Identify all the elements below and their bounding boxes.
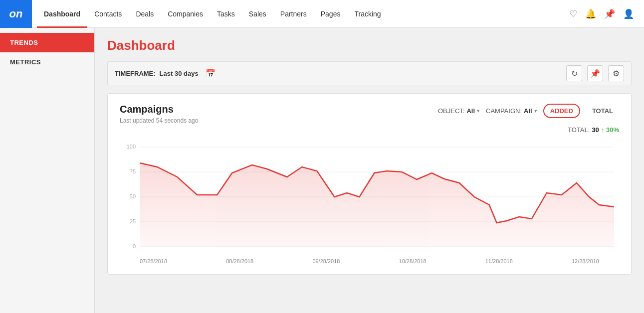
chart-subtitle: Last updated 54 seconds ago: [120, 117, 198, 124]
tab-total-button[interactable]: TOTAL: [586, 105, 619, 117]
svg-marker-10: [140, 163, 614, 247]
campaign-label: CAMPAIGN:: [486, 107, 522, 115]
toolbar: TIMEFRAME: Last 30 days 📅 ↻ 📌 ⚙: [107, 61, 632, 85]
campaign-chevron-icon: ▾: [534, 108, 537, 114]
nav-contacts[interactable]: Contacts: [87, 0, 129, 28]
x-label-1: 08/28/2018: [226, 258, 253, 264]
nav-dashboard[interactable]: Dashboard: [37, 0, 87, 28]
chart-controls: OBJECT: All ▾ CAMPAIGN: All ▾ ADDED TOTA…: [438, 104, 619, 118]
x-label-4: 11/28/2018: [485, 258, 513, 264]
refresh-button[interactable]: ↻: [566, 65, 582, 81]
pin-button[interactable]: 📌: [587, 65, 603, 81]
object-value: All: [466, 107, 475, 115]
nav-deals[interactable]: Deals: [129, 0, 161, 28]
user-icon[interactable]: 👤: [623, 8, 634, 19]
chart-area: 100 75 50 25 0: [120, 140, 619, 264]
object-chevron-icon: ▾: [477, 108, 480, 114]
nav-tracking[interactable]: Tracking: [347, 0, 388, 28]
sidebar: TRENDS METRICS: [0, 28, 95, 313]
toolbar-actions: ↻ 📌 ⚙: [566, 65, 624, 81]
chart-total-row: TOTAL: 30 ↑ 30%: [120, 126, 619, 134]
campaign-value: All: [524, 107, 532, 115]
nav-companies[interactable]: Companies: [161, 0, 210, 28]
sidebar-item-metrics[interactable]: METRICS: [0, 52, 94, 72]
x-labels: 07/28/2018 08/28/2018 09/28/2018 10/28/2…: [120, 256, 619, 264]
timeframe-prefix: TIMEFRAME:: [115, 70, 156, 77]
calendar-icon[interactable]: 📅: [206, 69, 215, 78]
nav-right: ♡ 🔔 📌 👤: [569, 8, 644, 19]
chart-title-area: Campaigns Last updated 54 seconds ago: [120, 104, 198, 124]
chart-card: Campaigns Last updated 54 seconds ago OB…: [107, 93, 632, 275]
heart-icon[interactable]: ♡: [569, 8, 577, 19]
total-label: TOTAL:: [568, 126, 590, 134]
svg-text:75: 75: [130, 168, 136, 174]
timeframe-value: Last 30 days: [160, 70, 199, 77]
svg-text:25: 25: [130, 218, 136, 224]
timeframe-label: TIMEFRAME: Last 30 days 📅: [115, 69, 566, 78]
total-number: 30: [592, 126, 599, 134]
pin-icon[interactable]: 📌: [604, 8, 615, 19]
logo-text: on: [9, 7, 23, 20]
object-label: OBJECT:: [438, 107, 464, 115]
chart-title: Campaigns: [120, 104, 198, 115]
nav-sales[interactable]: Sales: [242, 0, 273, 28]
nav-links: Dashboard Contacts Deals Companies Tasks…: [32, 0, 569, 28]
chart-svg: 100 75 50 25 0: [120, 140, 619, 254]
nav-partners[interactable]: Partners: [273, 0, 314, 28]
x-label-3: 10/28/2018: [399, 258, 427, 264]
settings-button[interactable]: ⚙: [608, 65, 624, 81]
sidebar-item-trends[interactable]: TRENDS: [0, 33, 94, 52]
nav-tasks[interactable]: Tasks: [210, 0, 242, 28]
bell-icon[interactable]: 🔔: [585, 8, 596, 19]
topnav: on Dashboard Contacts Deals Companies Ta…: [0, 0, 644, 28]
nav-pages[interactable]: Pages: [314, 0, 348, 28]
svg-text:0: 0: [133, 243, 136, 249]
tab-added-button[interactable]: ADDED: [543, 104, 580, 118]
total-percentage: ↑ 30%: [601, 126, 619, 134]
campaign-filter[interactable]: CAMPAIGN: All ▾: [486, 107, 537, 115]
page-title: Dashboard: [107, 38, 632, 53]
chart-header: Campaigns Last updated 54 seconds ago OB…: [120, 104, 619, 124]
svg-text:50: 50: [130, 193, 136, 199]
main-layout: TRENDS METRICS Dashboard TIMEFRAME: Last…: [0, 28, 644, 313]
svg-text:100: 100: [127, 144, 136, 150]
logo[interactable]: on: [0, 0, 32, 28]
x-label-2: 09/28/2018: [312, 258, 340, 264]
object-filter[interactable]: OBJECT: All ▾: [438, 107, 480, 115]
x-label-0: 07/28/2018: [140, 258, 167, 264]
content-area: Dashboard TIMEFRAME: Last 30 days 📅 ↻ 📌 …: [95, 28, 644, 313]
x-label-5: 12/28/2018: [572, 258, 599, 264]
